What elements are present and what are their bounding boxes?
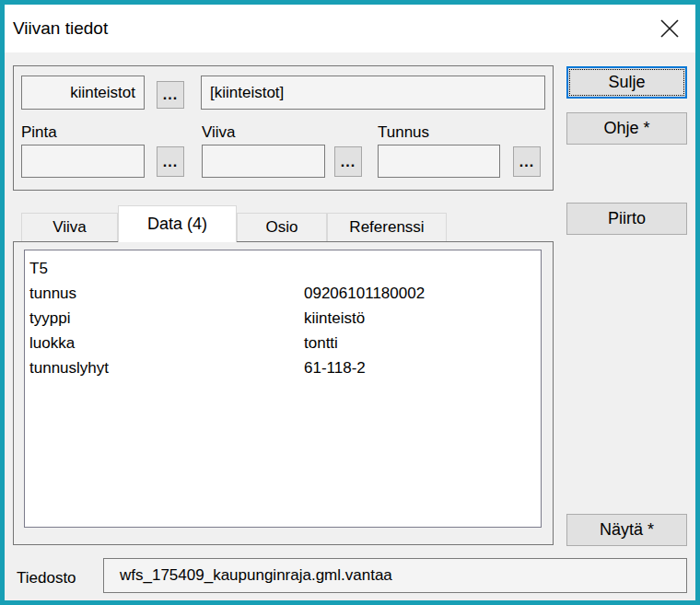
tab-data-label: Data (4) — [147, 215, 207, 234]
layer-browse-button[interactable]: ... — [157, 81, 184, 109]
row-value: 61-118-2 — [304, 355, 541, 380]
row-value — [304, 256, 541, 281]
list-item[interactable]: luokka tontti — [29, 331, 541, 355]
close-button[interactable] — [651, 10, 688, 47]
tab-referenssi[interactable]: Referenssi — [327, 213, 447, 241]
tab-referenssi-label: Referenssi — [349, 218, 424, 237]
window-title: Viivan tiedot — [13, 5, 108, 52]
dialog-body: kiinteistot ... [kiinteistot] Pinta Viiv… — [5, 52, 695, 600]
title-bar: Viivan tiedot — [5, 5, 695, 52]
tunnus-label: Tunnus — [378, 122, 429, 143]
piirto-label: Piirto — [608, 209, 646, 228]
row-key: tunnus — [29, 281, 304, 306]
dialog-window: Viivan tiedot kiinteistot ... [kiinteist… — [0, 0, 700, 605]
row-value: kiinteistö — [304, 306, 541, 331]
sulje-button[interactable]: Sulje — [566, 66, 687, 99]
tab-osio-label: Osio — [266, 218, 298, 237]
nayta-label: Näytä * — [600, 520, 654, 540]
nayta-button[interactable]: Näytä * — [566, 514, 687, 546]
sulje-label: Sulje — [608, 73, 645, 92]
list-item[interactable]: tyyppi kiinteistö — [29, 306, 541, 331]
viiva-field[interactable] — [202, 145, 325, 178]
tiedosto-value: wfs_175409_kaupunginraja.gml.vantaa — [120, 566, 392, 585]
row-key: T5 — [29, 256, 304, 281]
close-icon — [659, 18, 680, 39]
tab-osio[interactable]: Osio — [237, 213, 327, 241]
row-key: tyyppi — [29, 306, 304, 331]
ellipsis-icon: ... — [519, 154, 534, 170]
row-value: 09206101180002 — [304, 281, 541, 306]
piirto-button[interactable]: Piirto — [566, 203, 687, 235]
list-item[interactable]: tunnus 09206101180002 — [29, 281, 541, 306]
ellipsis-icon: ... — [341, 154, 356, 170]
ohje-button[interactable]: Ohje * — [566, 112, 687, 145]
list-item[interactable]: T5 — [29, 256, 541, 281]
ohje-label: Ohje * — [603, 119, 649, 138]
layer-name-value: kiinteistot — [70, 84, 135, 102]
layer-name-field[interactable]: kiinteistot — [21, 76, 145, 110]
tiedosto-field[interactable]: wfs_175409_kaupunginraja.gml.vantaa — [103, 558, 687, 593]
attribute-list[interactable]: T5 tunnus 09206101180002 tyyppi kiinteis… — [24, 250, 542, 528]
row-value: tontti — [304, 331, 541, 355]
tab-viiva-label: Viiva — [52, 218, 87, 237]
tiedosto-label: Tiedosto — [17, 568, 76, 588]
pinta-browse-button[interactable]: ... — [157, 146, 184, 177]
tunnus-browse-button[interactable]: ... — [513, 146, 541, 177]
ellipsis-icon: ... — [163, 154, 178, 170]
pinta-field[interactable] — [21, 145, 145, 178]
row-key: luokka — [29, 331, 304, 355]
tab-viiva[interactable]: Viiva — [21, 213, 118, 241]
viiva-browse-button[interactable]: ... — [334, 146, 362, 177]
pinta-label: Pinta — [21, 122, 57, 143]
ellipsis-icon: ... — [163, 87, 178, 103]
tab-data[interactable]: Data (4) — [118, 205, 237, 242]
layer-ref-field[interactable]: [kiinteistot] — [201, 76, 545, 110]
layer-ref-value: [kiinteistot] — [210, 84, 284, 102]
row-key: tunnuslyhyt — [29, 355, 304, 380]
list-item[interactable]: tunnuslyhyt 61-118-2 — [29, 355, 541, 380]
tunnus-field[interactable] — [378, 145, 500, 178]
viiva-label: Viiva — [202, 122, 236, 143]
